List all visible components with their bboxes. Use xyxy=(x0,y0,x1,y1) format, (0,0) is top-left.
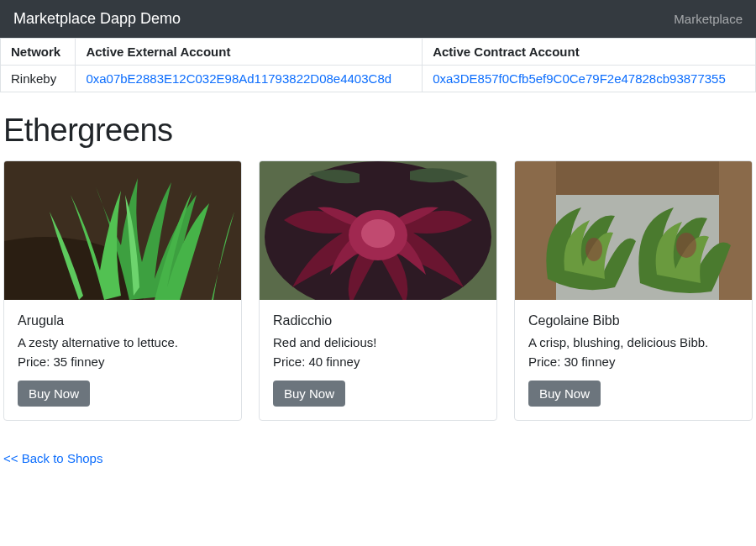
nav-link-marketplace[interactable]: Marketplace xyxy=(674,12,743,26)
shop-title: Ethergreens xyxy=(3,113,756,149)
external-account-link[interactable]: 0xa07bE2883E12C032E98Ad11793822D08e4403C… xyxy=(76,66,423,92)
svg-point-11 xyxy=(676,233,696,258)
product-description: A crisp, blushing, delicious Bibb. xyxy=(528,335,738,349)
col-network: Network xyxy=(1,39,76,66)
product-card-cegolaine-bibb: Cegolaine Bibb A crisp, blushing, delici… xyxy=(514,160,753,421)
product-grid: Arugula A zesty alternative to lettuce. … xyxy=(0,160,756,421)
col-external-account: Active External Account xyxy=(76,39,423,66)
product-price: Price: 35 finney xyxy=(18,354,228,369)
product-price: Price: 40 finney xyxy=(273,354,483,369)
col-contract-account: Active Contract Account xyxy=(423,39,756,66)
product-price: Price: 30 finney xyxy=(528,354,738,369)
product-image-arugula xyxy=(4,161,241,300)
product-image-cegolaine-bibb xyxy=(515,161,752,300)
buy-now-button[interactable]: Buy Now xyxy=(528,381,601,407)
svg-point-10 xyxy=(585,238,602,261)
svg-rect-8 xyxy=(719,161,752,300)
svg-rect-9 xyxy=(556,161,719,195)
product-description: A zesty alternative to lettuce. xyxy=(18,335,228,349)
buy-now-button[interactable]: Buy Now xyxy=(273,381,345,407)
product-card-radicchio: Radicchio Red and delicious! Price: 40 f… xyxy=(259,160,497,421)
accounts-table: Network Active External Account Active C… xyxy=(0,38,756,92)
product-name: Cegolaine Bibb xyxy=(528,313,738,328)
network-cell: Rinkeby xyxy=(1,66,76,92)
contract-account-link[interactable]: 0xa3DE857f0Cfb5ef9C0Ce79F2e47828cb938773… xyxy=(423,66,756,92)
table-row: Rinkeby 0xa07bE2883E12C032E98Ad11793822D… xyxy=(1,66,756,92)
top-navbar: Marketplace Dapp Demo Marketplace xyxy=(0,0,756,38)
product-name: Arugula xyxy=(18,313,228,328)
product-card-arugula: Arugula A zesty alternative to lettuce. … xyxy=(3,160,242,421)
product-image-radicchio xyxy=(260,161,496,300)
product-description: Red and delicious! xyxy=(273,335,483,349)
buy-now-button[interactable]: Buy Now xyxy=(18,381,90,407)
back-to-shops-link[interactable]: << Back to Shops xyxy=(3,451,102,465)
product-name: Radicchio xyxy=(273,313,483,328)
svg-point-5 xyxy=(361,219,395,248)
app-brand[interactable]: Marketplace Dapp Demo xyxy=(13,10,181,28)
